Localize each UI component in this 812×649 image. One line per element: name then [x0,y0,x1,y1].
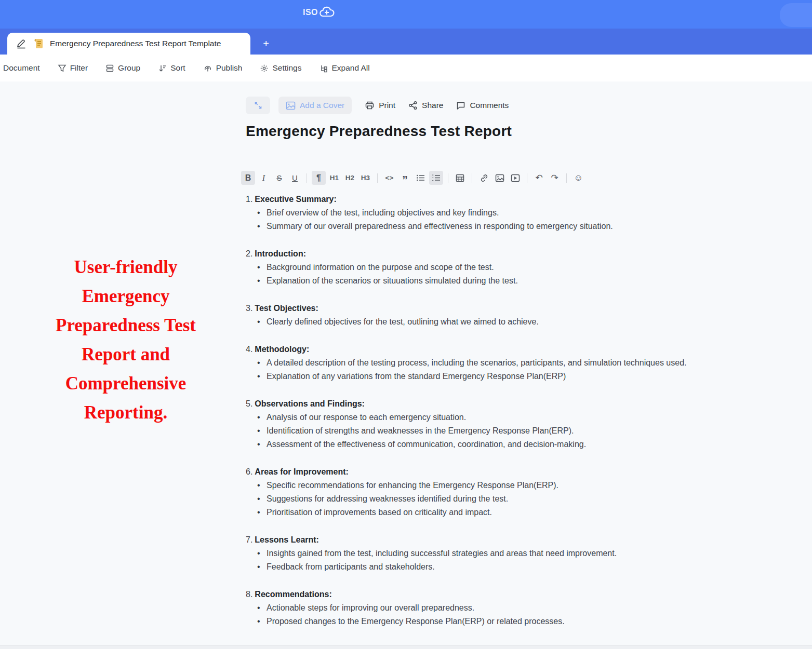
bullet-item: Brief overview of the test, including ob… [246,206,696,220]
toolbar-label: Filter [70,63,88,73]
red-annotation-text: User-friendlyEmergencyPreparedness TestR… [27,253,224,427]
heading2-button[interactable]: H2 [343,171,357,185]
share-icon [408,101,418,110]
toolbar-label: Document [3,63,40,73]
doc-section[interactable]: 4.Methodology:A detailed description of … [246,343,696,383]
add-cover-label: Add a Cover [300,101,344,110]
insert-link-button[interactable] [477,171,491,185]
toolbar-item-group[interactable]: Group [97,55,149,82]
toolbar-divider [566,173,567,183]
toolbar-item-settings[interactable]: Settings [251,55,310,82]
iso-cloud-logo: ISO [303,6,335,19]
annotation-line: Preparedness Test [27,311,224,340]
bullet-item: Identification of strengths and weakness… [246,424,696,438]
bullet-item: Prioritisation of improvements based on … [246,506,696,519]
heading3-button[interactable]: H3 [358,171,372,185]
code-button[interactable]: <> [382,171,396,185]
numbered-list-button[interactable] [429,171,443,185]
section-bullet-list: Specific recommendations for enhancing t… [246,479,696,519]
paragraph-button[interactable]: ¶ [312,171,326,185]
section-title: Lessons Learnt: [255,535,319,544]
toolbar-item-document[interactable]: Document [0,55,49,82]
edit-pencil-icon[interactable] [16,38,27,49]
section-number: 1. [246,195,252,204]
bullet-item: Suggestions for addressing weaknesses id… [246,492,696,506]
section-title: Observations and Findings: [255,399,365,408]
section-title: Test Objectives: [255,304,318,313]
print-button[interactable]: Print [365,101,395,110]
toolbar-item-expand-all[interactable]: Expand All [311,55,379,82]
annotation-line: Comprehensive [27,369,224,398]
heading1-button[interactable]: H1 [327,171,341,185]
share-label: Share [422,101,443,110]
insert-image-button[interactable] [492,171,507,185]
emoji-button[interactable]: ☺ [571,171,585,185]
top-app-bar: ISO [0,0,812,29]
section-title: Executive Summary: [255,195,336,204]
comments-button[interactable]: Comments [456,101,509,110]
document-tab-bar: Emergency Preparedness Test Report Templ… [0,29,812,55]
top-right-button[interactable] [780,3,812,27]
doc-section[interactable]: 1.Executive Summary:Brief overview of th… [246,193,696,233]
document-editor-body[interactable]: 1.Executive Summary:Brief overview of th… [246,193,696,642]
section-heading: 4.Methodology: [246,343,696,356]
bullet-item: Analysis of our response to each emergen… [246,411,696,424]
toolbar-item-sort[interactable]: Sort [149,55,194,82]
tab-title: Emergency Preparedness Test Report Templ… [50,39,221,48]
section-number: 8. [246,590,252,599]
toolbar-label: Group [118,63,140,73]
underline-button[interactable]: U [288,171,302,185]
section-number: 7. [246,535,252,544]
logo-text: ISO [303,8,318,17]
annotation-line: Emergency [27,282,224,311]
bullet-item: Proposed changes to the Emergency Respon… [246,615,696,628]
bullet-item: Clearly defined objectives for the test,… [246,315,696,329]
doc-section[interactable]: 8.Recommendations:Actionable steps for i… [246,588,696,628]
video-icon [511,174,520,182]
bottom-edge-strip [0,645,812,649]
new-tab-button[interactable]: + [256,33,276,55]
document-actions-row: Add a Cover Print Share Comments [246,97,509,114]
add-cover-button[interactable]: Add a Cover [278,97,352,114]
bullet-item: Actionable steps for improving our overa… [246,601,696,615]
doc-section[interactable]: 6.Areas for Improvement:Specific recomme… [246,465,696,519]
image-icon [286,101,296,110]
section-number: 6. [246,467,252,476]
view-toolbar: Document Filter Group Sort Publish Se [0,55,812,82]
bold-button[interactable]: B [241,171,255,185]
doc-section[interactable]: 3.Test Objectives:Clearly defined object… [246,302,696,329]
italic-button[interactable]: I [257,171,271,185]
section-number: 5. [246,399,252,408]
toolbar-item-filter[interactable]: Filter [49,55,97,82]
insert-video-button[interactable] [508,171,522,185]
bullet-item: Specific recommendations for enhancing t… [246,479,696,492]
document-title[interactable]: Emergency Preparedness Test Report [246,123,512,140]
doc-section[interactable]: 5.Observations and Findings:Analysis of … [246,397,696,451]
section-heading: 5.Observations and Findings: [246,397,696,411]
bullet-list-button[interactable] [414,171,428,185]
share-button[interactable]: Share [408,101,443,110]
bullet-item: Background information on the purpose an… [246,261,696,274]
tab-emergency-report-template[interactable]: Emergency Preparedness Test Report Templ… [7,33,250,55]
toolbar-label: Settings [272,63,301,73]
section-heading: 1.Executive Summary: [246,193,696,206]
bullet-item: Assessment of the effectiveness of commu… [246,438,696,451]
document-scroll-icon [33,38,44,49]
insert-image-icon [495,174,504,182]
bullet-item: Explanation of the scenarios or situuati… [246,274,696,288]
doc-section[interactable]: 7.Lessons Learnt:Insights gained from th… [246,533,696,574]
undo-button[interactable]: ↶ [532,171,546,185]
toolbar-label: Sort [170,63,185,73]
section-heading: 7.Lessons Learnt: [246,533,696,547]
section-number: 4. [246,345,252,354]
toolbar-item-publish[interactable]: Publish [194,55,251,82]
bullet-item: Insights gained from the test, including… [246,547,696,560]
blockquote-button[interactable]: ” [398,171,412,185]
insert-table-button[interactable] [453,171,467,185]
gear-icon [260,64,269,73]
expand-document-button[interactable] [246,97,270,114]
redo-button[interactable]: ↷ [548,171,562,185]
doc-section[interactable]: 2.Introduction:Background information on… [246,247,696,288]
strikethrough-button[interactable]: S [272,171,286,185]
section-title: Introduction: [255,249,306,258]
